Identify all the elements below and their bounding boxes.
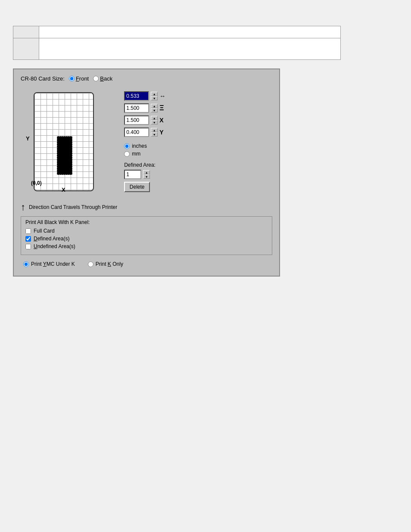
print-k-only-label[interactable]: Print K Only — [88, 261, 123, 267]
height-input[interactable]: 1.500 — [124, 103, 149, 113]
table-content-2 — [39, 38, 341, 60]
width-spin-down[interactable]: ▼ — [151, 96, 158, 100]
y-axis-label: Y — [26, 135, 30, 142]
table-label-1 — [13, 26, 39, 38]
direction-text: Direction Card Travels Through Printer — [29, 204, 117, 210]
back-label: Back — [100, 75, 112, 82]
direction-row: ↑ Direction Card Travels Through Printer — [21, 202, 117, 212]
x-spin-down[interactable]: ▼ — [151, 120, 158, 124]
height-spinner-buttons: ▲ ▼ — [151, 104, 158, 112]
full-card-checkbox[interactable] — [25, 228, 31, 234]
defined-area-spinner-buttons: ▲ ▼ — [143, 170, 150, 179]
defined-area-spinner: 1 ▲ ▼ — [124, 170, 168, 179]
card-grid — [34, 92, 94, 191]
undefined-areas-label: Undefined Area(s) — [34, 243, 75, 249]
print-k-only-text: Print K Only — [96, 261, 123, 267]
defined-areas-checkbox[interactable] — [25, 236, 31, 242]
height-icon: Ξ — [159, 104, 168, 112]
black-region — [57, 136, 72, 175]
width-spinner-buttons: ▲ ▼ — [151, 92, 158, 100]
mm-radio-label[interactable]: mm — [124, 151, 168, 157]
x-spinner-buttons: ▲ ▼ — [151, 116, 158, 124]
defined-area-spin-up[interactable]: ▲ — [143, 170, 150, 174]
main-panel: CR-80 Card Size: Front Back Y (0,0) X ↑ — [13, 68, 280, 277]
x-axis-label: X — [62, 187, 65, 193]
width-spinner-row: 0.533 ▲ ▼ ↔ — [124, 91, 168, 101]
full-card-label[interactable]: Full Card — [34, 228, 55, 234]
x-icon: X — [159, 117, 168, 124]
full-card-row: Full Card — [25, 228, 268, 234]
table-label-2 — [13, 38, 39, 60]
height-spinner-row: 1.500 ▲ ▼ Ξ — [124, 103, 168, 113]
width-icon: ↔ — [159, 93, 168, 100]
print-black-title: Print All Black With K Panel: — [25, 219, 268, 225]
print-k-only-radio[interactable] — [88, 261, 93, 267]
units-section: inches mm — [124, 143, 168, 157]
undefined-areas-checkbox[interactable] — [25, 244, 31, 249]
top-table — [13, 26, 341, 60]
card-canvas: Y (0,0) X — [21, 88, 103, 200]
x-spin-up[interactable]: ▲ — [151, 116, 158, 120]
inches-radio[interactable] — [124, 143, 130, 149]
y-input[interactable]: 0.400 — [124, 128, 149, 137]
x-input[interactable]: 1.500 — [124, 115, 149, 125]
defined-area-section: Defined Area: 1 ▲ ▼ Delete — [124, 162, 168, 192]
inches-label: inches — [132, 143, 147, 149]
content-area: Y (0,0) X ↑ Direction Card Travels Throu… — [21, 88, 272, 212]
width-input[interactable]: 0.533 — [124, 91, 149, 101]
print-ymc-text: Print YMC Under K — [31, 261, 75, 267]
height-spin-up[interactable]: ▲ — [151, 104, 158, 108]
arrow-up-icon: ↑ — [21, 202, 25, 212]
inches-radio-label[interactable]: inches — [124, 143, 168, 149]
origin-label: (0,0) — [31, 180, 42, 186]
undefined-areas-row: Undefined Area(s) — [25, 243, 268, 249]
front-radio-label[interactable]: Front — [69, 75, 89, 82]
defined-areas-label: Defined Area(s) — [34, 236, 69, 242]
print-ymc-radio[interactable] — [23, 261, 29, 267]
mm-label: mm — [132, 151, 140, 157]
card-size-row: CR-80 Card Size: Front Back — [21, 75, 272, 82]
front-label: Front — [76, 75, 89, 82]
mm-radio[interactable] — [124, 151, 130, 157]
card-canvas-wrapper: Y (0,0) X ↑ Direction Card Travels Throu… — [21, 88, 117, 212]
bottom-radio-row: Print YMC Under K Print K Only — [21, 259, 272, 269]
defined-area-input[interactable]: 1 — [124, 170, 141, 179]
y-spinner-row: 0.400 ▲ ▼ Y — [124, 128, 168, 137]
front-radio[interactable] — [69, 76, 75, 81]
back-radio-label[interactable]: Back — [93, 75, 112, 82]
back-radio[interactable] — [93, 76, 99, 81]
width-spin-up[interactable]: ▲ — [151, 92, 158, 96]
print-ymc-label[interactable]: Print YMC Under K — [23, 261, 75, 267]
defined-area-label: Defined Area: — [124, 162, 168, 168]
defined-area-spin-down[interactable]: ▼ — [143, 174, 150, 179]
y-spin-down[interactable]: ▼ — [151, 132, 158, 137]
table-content-1 — [39, 26, 341, 38]
y-spinner-buttons: ▲ ▼ — [151, 128, 158, 137]
card-size-label: CR-80 Card Size: — [21, 75, 65, 82]
right-controls: 0.533 ▲ ▼ ↔ 1.500 ▲ ▼ Ξ 1.500 — [124, 88, 168, 212]
height-spin-down[interactable]: ▼ — [151, 108, 158, 112]
x-spinner-row: 1.500 ▲ ▼ X — [124, 115, 168, 125]
y-spin-up[interactable]: ▲ — [151, 128, 158, 132]
print-black-section: Print All Black With K Panel: Full Card … — [21, 216, 272, 255]
delete-button[interactable]: Delete — [124, 182, 150, 192]
defined-areas-row: Defined Area(s) — [25, 236, 268, 242]
y-icon: Y — [159, 129, 168, 136]
